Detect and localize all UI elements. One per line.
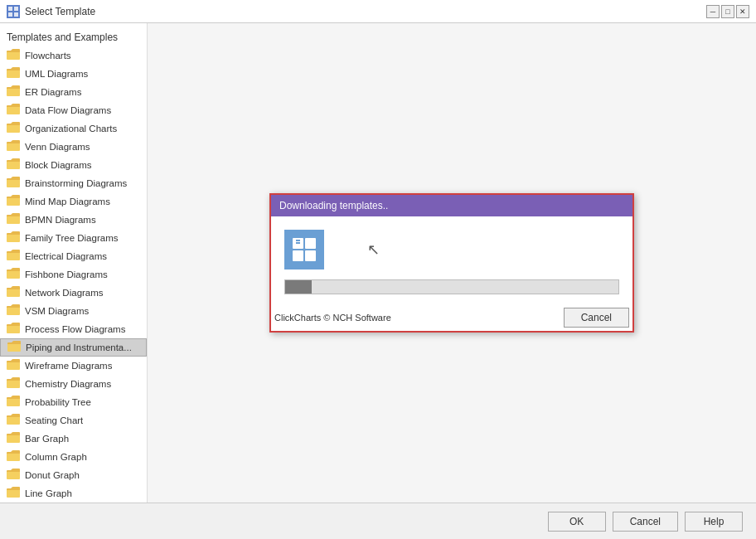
svg-rect-3	[14, 12, 18, 17]
folder-icon	[7, 377, 20, 391]
folder-icon	[7, 450, 20, 464]
sidebar-item-label: Family Tree Diagrams	[25, 233, 118, 243]
sidebar-item-label: ER Diagrams	[25, 87, 81, 97]
folder-icon	[7, 268, 20, 282]
sidebar-item-label: Process Flow Diagrams	[25, 324, 125, 334]
dialog-top-row: ↖	[284, 230, 619, 270]
content-area: Downloading templates..	[148, 23, 756, 503]
bottom-bar: OK Cancel Help	[0, 503, 756, 539]
copyright-text: ClickCharts © NCH Software	[274, 313, 391, 323]
folder-icon	[7, 49, 20, 63]
sidebar-item-label: Brainstorming Diagrams	[25, 178, 127, 188]
folder-icon	[7, 341, 21, 355]
sidebar-item-label: Line Graph	[25, 488, 72, 498]
sidebar-item[interactable]: Donut Graph	[0, 466, 147, 484]
sidebar-item-label: Piping and Instrumenta...	[26, 342, 132, 352]
sidebar-item-label: VSM Diagrams	[25, 306, 89, 316]
sidebar-item-label: Flowcharts	[25, 51, 71, 61]
sidebar-item-label: Organizational Charts	[25, 124, 117, 134]
dialog-title-bar: Downloading templates..	[271, 195, 632, 216]
dialog-footer: ClickCharts © NCH Software Cancel	[271, 308, 632, 331]
sidebar-item[interactable]: Piping and Instrumenta...	[0, 338, 147, 357]
sidebar-item[interactable]: Venn Diagrams	[0, 138, 147, 156]
folder-icon	[7, 414, 20, 428]
folder-icon	[7, 359, 20, 373]
sidebar: Templates and Examples Flowcharts UML Di…	[0, 23, 148, 503]
sidebar-item[interactable]: Column Graph	[0, 448, 147, 466]
sidebar-item[interactable]: Probability Tree	[0, 393, 147, 411]
sidebar-item[interactable]: ER Diagrams	[0, 83, 147, 101]
cancel-button[interactable]: Cancel	[613, 512, 678, 532]
svg-rect-6	[305, 238, 316, 249]
folder-icon	[7, 323, 20, 337]
sidebar-item-label: UML Diagrams	[25, 69, 88, 79]
sidebar-item[interactable]: Organizational Charts	[0, 119, 147, 138]
folder-icon	[7, 286, 20, 300]
folder-icon	[7, 231, 20, 245]
sidebar-item[interactable]: Network Diagrams	[0, 284, 147, 302]
title-bar-left: Select Template	[7, 5, 95, 18]
ok-button[interactable]: OK	[548, 512, 606, 532]
sidebar-item[interactable]: Wireframe Diagrams	[0, 357, 147, 375]
sidebar-item[interactable]: Brainstorming Diagrams	[0, 174, 147, 192]
sidebar-item[interactable]: UML Diagrams	[0, 65, 147, 83]
sidebar-item-label: Chemistry Diagrams	[25, 379, 111, 389]
folder-icon	[7, 140, 20, 154]
sidebar-item[interactable]: Seating Chart	[0, 411, 147, 430]
folder-icon	[7, 250, 20, 264]
app-icon	[7, 5, 20, 18]
sidebar-item[interactable]: Mind Map Diagrams	[0, 192, 147, 211]
sidebar-item-label: Electrical Diagrams	[25, 251, 107, 261]
help-button[interactable]: Help	[685, 512, 743, 532]
sidebar-item[interactable]: Chemistry Diagrams	[0, 375, 147, 393]
sidebar-item[interactable]: Family Tree Diagrams	[0, 229, 147, 247]
folder-icon	[7, 104, 20, 118]
sidebar-item[interactable]: Electrical Diagrams	[0, 247, 147, 265]
folder-icon	[7, 67, 20, 81]
sidebar-item-label: Fishbone Diagrams	[25, 270, 108, 279]
sidebar-item[interactable]: Data Flow Diagrams	[0, 101, 147, 119]
progress-bar-fill	[285, 280, 312, 294]
main-window: Select Template ─ □ ✕ Templates and Exam…	[0, 0, 756, 539]
sidebar-item-label: Network Diagrams	[25, 288, 104, 298]
sidebar-item[interactable]: Bar Graph	[0, 430, 147, 448]
main-content: Templates and Examples Flowcharts UML Di…	[0, 23, 756, 503]
download-dialog: Downloading templates..	[269, 193, 634, 333]
window-title: Select Template	[25, 6, 95, 17]
cursor-icon: ↖	[367, 240, 380, 259]
sidebar-item-label: Data Flow Diagrams	[25, 105, 111, 115]
sidebar-item-label: Donut Graph	[25, 470, 80, 480]
folder-icon	[7, 213, 20, 227]
close-button[interactable]: ✕	[736, 5, 749, 18]
dialog-cancel-button[interactable]: Cancel	[564, 308, 629, 328]
sidebar-item-label: Bar Graph	[25, 434, 69, 444]
sidebar-item-label: Column Graph	[25, 452, 87, 462]
dialog-overlay: Downloading templates..	[148, 23, 756, 503]
sidebar-item[interactable]: VSM Diagrams	[0, 302, 147, 320]
sidebar-item[interactable]: Fishbone Diagrams	[0, 265, 147, 284]
sidebar-item[interactable]: Block Diagrams	[0, 156, 147, 174]
sidebar-item[interactable]: Flowcharts	[0, 46, 147, 65]
title-bar: Select Template ─ □ ✕	[0, 0, 756, 23]
sidebar-item-label: Mind Map Diagrams	[25, 197, 110, 206]
folder-icon	[7, 177, 20, 191]
maximize-button[interactable]: □	[721, 5, 734, 18]
sidebar-item[interactable]: Line Graph	[0, 484, 147, 503]
dialog-body: ↖	[271, 216, 632, 308]
sidebar-items-container: Flowcharts UML Diagrams ER Diagrams Data…	[0, 46, 147, 503]
sidebar-item-label: Wireframe Diagrams	[25, 361, 112, 371]
sidebar-item[interactable]: BPMN Diagrams	[0, 211, 147, 229]
svg-rect-8	[305, 250, 316, 261]
folder-icon	[7, 304, 20, 318]
progress-bar-container	[284, 279, 619, 294]
sidebar-item[interactable]: Process Flow Diagrams	[0, 320, 147, 338]
svg-rect-2	[8, 12, 12, 17]
folder-icon	[7, 469, 20, 483]
minimize-button[interactable]: ─	[706, 5, 720, 18]
svg-rect-0	[8, 7, 12, 11]
sidebar-item-label: Seating Chart	[25, 415, 83, 425]
app-icon-large	[284, 230, 324, 270]
sidebar-item-label: Probability Tree	[25, 397, 91, 407]
folder-icon	[7, 432, 20, 446]
folder-icon	[7, 195, 20, 209]
